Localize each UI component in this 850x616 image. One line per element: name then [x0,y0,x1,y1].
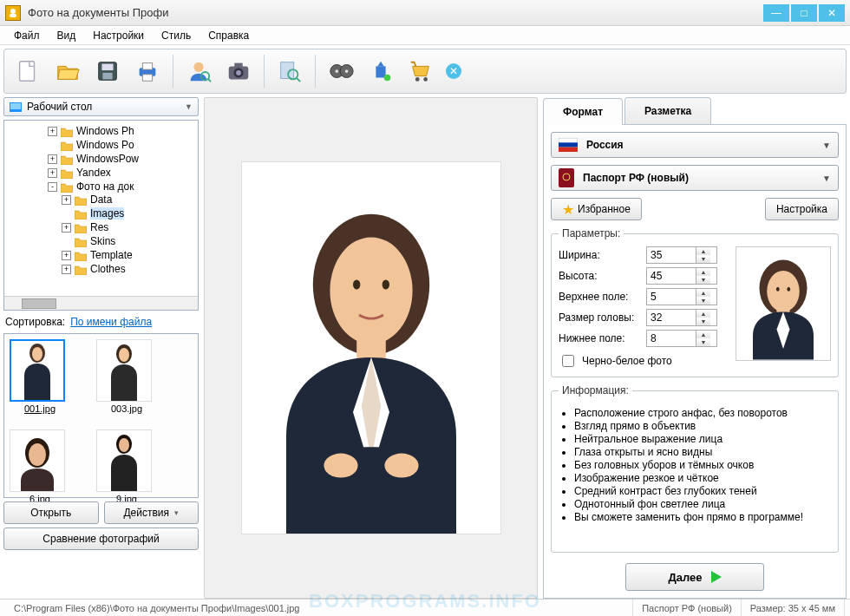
tree-hscrollbar[interactable] [4,296,198,310]
info-item: Расположение строго анфас, без поворотов [574,407,831,419]
tab-layout[interactable]: Разметка [624,97,711,124]
arrow-right-icon [711,571,722,583]
toolbar-separator [264,55,265,88]
actions-button[interactable]: Действия [104,501,199,524]
param-spinner[interactable]: ▲▼ [646,330,717,347]
minimize-button[interactable]: — [763,4,789,22]
folder-icon [61,182,73,193]
param-input[interactable] [647,268,696,284]
toolbar-print[interactable] [129,53,166,89]
svg-point-54 [767,271,800,312]
spin-up[interactable]: ▲ [696,289,710,297]
sort-mode-link[interactable]: По имени файла [70,316,152,328]
drive-selector[interactable]: Рабочий стол ▼ [3,97,199,116]
toolbar-video[interactable] [323,53,359,89]
toolbar-camera[interactable] [220,53,257,89]
country-selector[interactable]: Россия ▼ [551,132,839,158]
tree-item[interactable]: Skins [62,234,198,248]
spin-down[interactable]: ▼ [696,255,710,263]
param-input[interactable] [647,289,696,305]
tree-item[interactable]: +Res [62,220,198,234]
menu-style[interactable]: Стиль [154,28,198,43]
document-selector[interactable]: Паспорт РФ (новый) ▼ [551,165,839,191]
folder-tree[interactable]: +Windows PhWindows Po+WindowsPow+Yandex-… [3,120,199,311]
close-button[interactable]: ✕ [819,4,845,22]
tree-expander[interactable]: + [48,168,57,178]
thumbnail-item[interactable]: 6.jpg [10,429,70,504]
menu-help[interactable]: Справка [201,28,256,43]
svg-point-20 [345,69,349,73]
toolbar-style[interactable] [363,53,399,89]
svg-rect-8 [142,75,152,82]
tree-expander[interactable]: + [62,251,71,260]
setup-button[interactable]: Настройка [765,198,839,220]
tree-expander[interactable]: + [62,265,71,274]
toolbar-open[interactable] [49,53,86,89]
app-icon [5,5,21,21]
toolbar-cart[interactable] [402,53,439,89]
menu-settings[interactable]: Настройки [86,28,151,43]
tree-item[interactable]: +Windows Ph [48,124,198,138]
svg-rect-2 [20,62,35,82]
svg-rect-49 [559,142,578,147]
toolbar-zoom[interactable] [271,53,308,89]
spin-down[interactable]: ▼ [696,297,710,305]
tab-format[interactable]: Формат [543,98,623,125]
svg-point-46 [353,279,360,289]
next-button[interactable]: Далее [625,563,763,591]
tree-label: Yandex [76,167,111,179]
tree-expander[interactable]: + [62,195,71,205]
tree-item[interactable]: +Yandex [48,166,198,180]
bw-checkbox[interactable] [562,355,574,367]
tree-item[interactable]: +WindowsPow [48,152,198,166]
svg-point-13 [236,70,241,75]
spin-up[interactable]: ▲ [696,268,710,276]
tree-expander[interactable]: - [48,182,57,192]
param-spinner[interactable]: ▲▼ [646,309,717,326]
tree-item[interactable]: Windows Po [48,138,198,152]
thumbnail-item[interactable]: 9.jpg [96,429,157,504]
thumbnail-item[interactable]: 001.jpg [10,339,70,414]
spin-up[interactable]: ▲ [696,310,710,318]
tree-item[interactable]: -Фото на док+DataImages+ResSkins+Templat… [48,180,198,277]
thumbnail-item[interactable]: 003.jpg [96,339,157,414]
tree-item[interactable]: Images [62,206,198,220]
toolbar-clear[interactable]: ✕ [446,63,461,79]
svg-point-0 [10,9,16,14]
toolbar-separator [173,55,173,88]
tree-item[interactable]: +Template [62,248,198,262]
toolbar-save[interactable] [89,53,126,89]
tree-expander[interactable]: + [48,154,57,164]
svg-rect-51 [559,168,574,187]
tree-expander[interactable]: + [48,127,57,136]
svg-rect-26 [10,103,21,109]
thumbnail-image [10,339,65,402]
param-input[interactable] [647,310,696,325]
menu-file[interactable]: Файл [7,28,47,43]
open-button[interactable]: Открыть [3,501,99,524]
spin-down[interactable]: ▼ [696,318,710,325]
menu-view[interactable]: Вид [50,28,83,43]
param-spinner[interactable]: ▲▼ [646,267,717,285]
tree-item[interactable]: +Clothes [62,262,198,276]
folder-icon [75,251,87,261]
param-input[interactable] [647,331,696,346]
spin-up[interactable]: ▲ [696,331,710,338]
spin-down[interactable]: ▼ [696,276,710,284]
spin-up[interactable]: ▲ [696,247,710,255]
param-input[interactable] [647,247,696,263]
tree-item[interactable]: +Data [62,193,198,206]
favorites-button[interactable]: ★Избранное [551,198,642,220]
toolbar-profile[interactable] [180,53,217,89]
param-spinner[interactable]: ▲▼ [646,288,717,305]
tree-expander[interactable]: + [62,223,71,233]
compare-photos-button[interactable]: Сравнение фотографий [3,528,199,550]
info-item: Взгляд прямо в объектив [574,420,831,432]
maximize-button[interactable]: □ [791,4,817,22]
toolbar-new[interactable] [10,53,46,89]
param-label: Высота: [559,270,641,282]
param-spinner[interactable]: ▲▼ [646,246,717,264]
svg-point-32 [119,348,129,362]
folder-icon [75,209,87,220]
spin-down[interactable]: ▼ [696,338,710,346]
